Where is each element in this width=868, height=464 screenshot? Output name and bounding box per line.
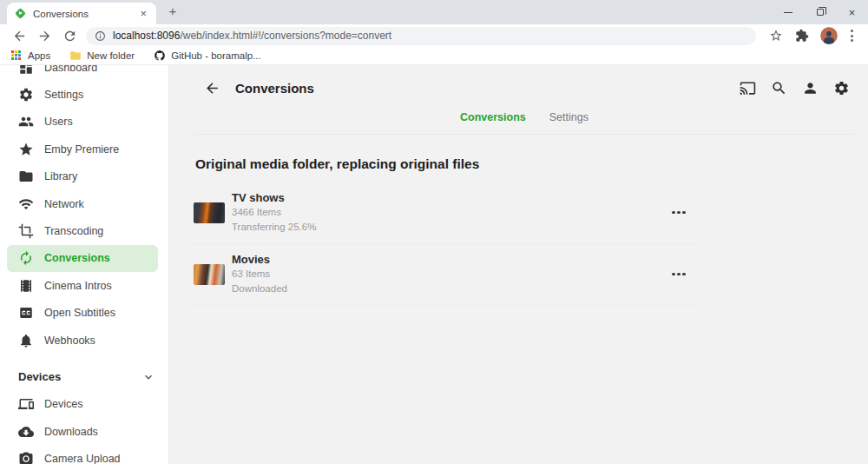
browser-menu-icon[interactable]	[851, 30, 853, 41]
sidebar-item-label: Library	[44, 170, 77, 182]
sidebar-item-transcoding[interactable]: Transcoding	[0, 217, 168, 244]
cast-icon[interactable]	[740, 80, 756, 96]
movies-thumbnail	[194, 264, 225, 285]
users-icon	[18, 114, 34, 129]
sidebar-item-users[interactable]: Users	[0, 109, 168, 136]
url-host: localhost:8096	[113, 30, 180, 42]
restore-button[interactable]	[804, 0, 836, 24]
minimize-button[interactable]	[772, 0, 804, 24]
sidebar-section-devices[interactable]: Devices	[0, 363, 168, 390]
camera-icon	[18, 451, 34, 464]
bookmark-label: Apps	[28, 50, 50, 61]
sync-icon	[18, 250, 34, 266]
folder-icon	[18, 169, 34, 184]
page-title: Conversions	[235, 81, 314, 96]
bookmark-label: GitHub - boramalp...	[171, 50, 261, 61]
emby-app: Dashboard Settings Users Emby Premiere L…	[0, 65, 868, 464]
cloud-download-icon	[18, 424, 34, 440]
item-status: Transferring 25.6%	[232, 220, 316, 235]
sidebar-item-dashboard[interactable]: Dashboard	[0, 65, 168, 81]
bookmark-star-icon[interactable]	[769, 29, 783, 43]
item-text: Movies 63 Items Downloaded	[232, 252, 287, 296]
wifi-icon	[18, 196, 34, 212]
sidebar-item-label: Downloads	[44, 426, 98, 438]
close-button[interactable]: ×	[836, 0, 868, 24]
topbar-icons	[725, 80, 850, 96]
sidebar-item-network[interactable]: Network	[0, 190, 168, 217]
github-icon	[154, 50, 166, 62]
sidebar-item-webhooks[interactable]: Webhooks	[0, 327, 168, 354]
item-text: TV shows 3466 Items Transferring 25.6%	[232, 190, 316, 235]
tab-settings[interactable]: Settings	[549, 111, 589, 123]
dashboard-icon	[18, 65, 34, 76]
tab-conversions[interactable]: Conversions	[460, 111, 526, 123]
back-arrow-button[interactable]	[204, 80, 220, 96]
sidebar-item-devices[interactable]: Devices	[0, 391, 168, 418]
profile-avatar[interactable]	[820, 27, 838, 44]
settings-gear-icon[interactable]	[833, 80, 850, 96]
toolbar-right	[763, 27, 861, 44]
sidebar-item-cinema-intros[interactable]: Cinema Intros	[0, 272, 168, 299]
sidebar-item-label: Webhooks	[44, 335, 95, 347]
star-icon	[18, 142, 34, 157]
tab-title: Conversions	[33, 9, 138, 19]
more-horizontal-icon[interactable]	[672, 273, 686, 276]
sidebar-item-camera-upload[interactable]: Camera Upload	[0, 445, 168, 464]
sidebar-item-label: Transcoding	[44, 225, 103, 237]
conversions-list: TV shows 3466 Items Transferring 25.6% M…	[194, 182, 694, 306]
sidebar-item-label: Cinema Intros	[44, 280, 112, 292]
sidebar-list: Dashboard Settings Users Emby Premiere L…	[0, 65, 168, 464]
list-item-tv-shows[interactable]: TV shows 3466 Items Transferring 25.6%	[194, 182, 694, 244]
forward-button[interactable]	[37, 29, 52, 43]
item-count: 63 Items	[232, 267, 287, 282]
browser-toolbar: localhost:8096/web/index.html#!/conversi…	[0, 24, 868, 47]
bell-icon	[18, 333, 34, 348]
gear-icon	[18, 87, 34, 103]
reload-button[interactable]	[62, 29, 77, 43]
main-topbar: Conversions	[169, 65, 868, 111]
user-icon[interactable]	[802, 80, 819, 96]
bookmark-label: New folder	[87, 50, 135, 61]
sidebar-item-label: Conversions	[44, 252, 110, 264]
browser-tab-strip: Conversions × + ×	[0, 0, 868, 24]
back-button[interactable]	[12, 29, 27, 43]
sidebar-item-settings[interactable]: Settings	[0, 81, 168, 108]
devices-icon	[18, 396, 34, 412]
sidebar-item-emby-premiere[interactable]: Emby Premiere	[0, 136, 168, 162]
section-title: Original media folder, replacing origina…	[195, 156, 868, 172]
new-tab-button[interactable]: +	[165, 4, 181, 20]
bookmarks-bar: Apps New folder GitHub - boramalp...	[0, 47, 868, 65]
bookmark-apps[interactable]: Apps	[10, 50, 50, 62]
sidebar-item-label: Settings	[44, 89, 83, 101]
window-controls: ×	[772, 0, 868, 24]
sidebar-item-label: Open Subtitles	[44, 307, 115, 319]
page-info-icon[interactable]	[95, 30, 106, 42]
url-bar[interactable]: localhost:8096/web/index.html#!/conversi…	[86, 27, 756, 45]
emby-logo-icon	[15, 8, 26, 19]
sidebar-item-label: Users	[44, 116, 73, 128]
sidebar-item-conversions[interactable]: Conversions	[7, 245, 158, 272]
url-path: /web/index.html#!/conversions?mode=conve…	[180, 30, 391, 42]
extensions-icon[interactable]	[795, 29, 809, 43]
item-status: Downloaded	[232, 282, 287, 296]
list-item-movies[interactable]: Movies 63 Items Downloaded	[194, 244, 694, 306]
item-title: TV shows	[232, 190, 316, 205]
folder-icon	[69, 50, 82, 62]
apps-grid-icon	[10, 50, 23, 62]
browser-tab[interactable]: Conversions ×	[7, 3, 156, 24]
restore-icon	[817, 9, 824, 16]
sidebar-item-downloads[interactable]: Downloads	[0, 418, 168, 445]
item-title: Movies	[232, 252, 287, 267]
tab-close-icon[interactable]: ×	[138, 7, 148, 20]
more-horizontal-icon[interactable]	[672, 211, 686, 215]
crop-icon	[18, 223, 34, 239]
item-count: 3466 Items	[232, 205, 316, 220]
sidebar-item-library[interactable]: Library	[0, 163, 168, 190]
sidebar-item-label: Camera Upload	[44, 453, 121, 464]
sidebar-item-open-subtitles[interactable]: Open Subtitles	[0, 300, 168, 327]
bookmark-github[interactable]: GitHub - boramalp...	[154, 50, 261, 62]
bookmark-new-folder[interactable]: New folder	[69, 50, 135, 62]
chevron-down-icon[interactable]	[141, 370, 155, 384]
sidebar-item-label: Dashboard	[44, 65, 97, 74]
search-icon[interactable]	[771, 80, 787, 96]
